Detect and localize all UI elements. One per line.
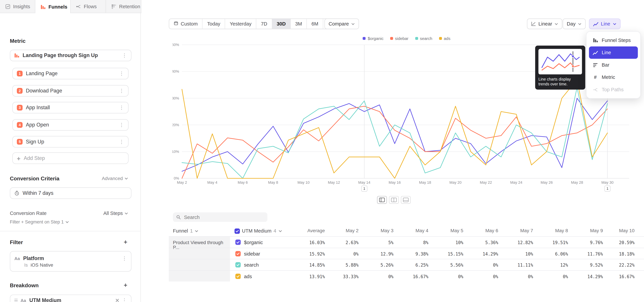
range-button-3m[interactable]: 3M: [290, 19, 306, 29]
table-cell: 14.29%: [466, 251, 498, 256]
menu-item-metric[interactable]: #Metric: [589, 71, 638, 84]
series-line-$organic: [182, 98, 608, 171]
property-type-icon: Aa: [14, 256, 20, 260]
filter-segment-label: Filter + Segment on Step 1: [10, 220, 64, 224]
drag-handle-icon[interactable]: [14, 298, 18, 302]
kebab-icon[interactable]: ⋮: [122, 298, 127, 302]
legend-item-sidebar[interactable]: sidebar: [390, 36, 408, 41]
table-cell: 12.82%: [500, 240, 533, 245]
funnel-step-card[interactable]: 2Download Page⋮: [12, 85, 128, 96]
kebab-icon[interactable]: ⋮: [119, 105, 124, 110]
row-label: ads: [244, 274, 252, 279]
breakdown-card[interactable]: Aa UTM Medium ✕ ⋮: [10, 294, 132, 302]
legend-item-ads[interactable]: ads: [439, 36, 450, 41]
table-cell: 11.76%: [570, 251, 603, 256]
date-range-segmented-control: CustomTodayYesterday7D30D3M6M12M: [169, 18, 342, 29]
column-header-may-7: May 7: [500, 228, 533, 233]
compare-button[interactable]: Compare: [324, 18, 359, 29]
funnel-step-card[interactable]: 4App Open⋮: [12, 119, 128, 130]
tab-flows[interactable]: Flows: [70, 0, 106, 13]
menu-item-funnel-steps[interactable]: Funnel Steps: [589, 34, 638, 46]
close-icon[interactable]: ✕: [113, 297, 121, 302]
table-header: Funnel 1 UTM Medium 4 AverageMay 2May 3M…: [169, 226, 644, 236]
column-header-may-3: May 3: [360, 228, 394, 233]
date-button-custom[interactable]: Custom: [169, 19, 202, 29]
table-row-sidebar[interactable]: sidebar15.92%0%12.9%9.38%15.15%14.29%10%…: [169, 248, 644, 260]
funnel-column-dropdown[interactable]: Funnel 1: [173, 226, 198, 236]
menu-item-line[interactable]: Line: [589, 46, 638, 59]
funnel-metric-card[interactable]: Landing Page through Sign Up ⋮: [10, 50, 132, 61]
tab-label: Insights: [13, 4, 30, 10]
funnel-icon: [14, 53, 19, 58]
layout-toggle-group: [377, 196, 411, 204]
row-checkbox[interactable]: [235, 262, 241, 268]
chart-type-dropdown[interactable]: Line: [589, 18, 620, 29]
add-step-button[interactable]: + Add Step: [12, 152, 128, 164]
chevron-down-icon: [124, 176, 128, 180]
filter-operator[interactable]: Is: [24, 262, 28, 267]
all-steps-dropdown[interactable]: All Steps: [103, 210, 128, 216]
range-button-7d[interactable]: 7D: [256, 19, 272, 29]
legend-item-search[interactable]: search: [415, 36, 432, 41]
conversion-criteria-heading: Conversion Criteria: [10, 176, 59, 182]
column-header-may-5: May 5: [430, 228, 464, 233]
kebab-icon[interactable]: ⋮: [122, 53, 127, 58]
funnel-step-card[interactable]: 3App Install⋮: [12, 102, 128, 114]
linear-scale-icon: [531, 21, 536, 26]
view-toggle-1[interactable]: [377, 196, 387, 204]
select-all-checkbox[interactable]: [234, 228, 240, 234]
range-button-30d[interactable]: 30D: [272, 19, 290, 29]
retention-icon: [111, 4, 116, 9]
row-checkbox[interactable]: [235, 251, 241, 256]
table-cell: 11.11%: [500, 262, 533, 268]
funnel-step-card[interactable]: 5Sign Up⋮: [12, 136, 128, 148]
add-breakdown-button[interactable]: +: [124, 282, 127, 288]
search-input[interactable]: [183, 214, 264, 220]
tab-retention[interactable]: Retention: [106, 0, 142, 13]
table-row-ads[interactable]: ads13.91%33.33%0%16.67%0%0%0%0%14.29%16.…: [169, 270, 644, 282]
kebab-icon[interactable]: ⋮: [119, 139, 124, 144]
advanced-dropdown[interactable]: Advanced: [102, 176, 128, 181]
x-tick: May 14: [358, 180, 370, 184]
x-tick: May 24: [510, 180, 522, 184]
table-row-$organic[interactable]: $organic16.03%2.63%5%8%10%5.36%12.82%19.…: [169, 236, 644, 248]
add-filter-button[interactable]: +: [124, 238, 127, 245]
view-toggle-3[interactable]: [401, 196, 411, 204]
tab-funnels[interactable]: Funnels: [36, 0, 71, 14]
kebab-icon[interactable]: ⋮: [119, 88, 124, 93]
table-cell: 16.67%: [602, 274, 634, 279]
row-checkbox[interactable]: [235, 240, 241, 245]
breakdown-column-dropdown[interactable]: UTM Medium 4: [234, 226, 282, 236]
kebab-icon[interactable]: ⋮: [122, 256, 127, 260]
tab-insights[interactable]: Insights: [0, 0, 36, 13]
conversion-rate-label: Conversion Rate: [10, 210, 46, 216]
annotation-badge-label: 1: [363, 186, 365, 190]
table-cell: 2.63%: [326, 240, 358, 245]
conversion-window-card[interactable]: Within 7 days: [10, 188, 132, 199]
range-button-6m[interactable]: 6M: [306, 19, 323, 29]
date-button-today[interactable]: Today: [202, 19, 225, 29]
scale-dropdown[interactable]: Linear: [527, 18, 562, 29]
filter-segment-dropdown[interactable]: Filter + Segment on Step 1: [10, 220, 69, 224]
filter-card[interactable]: Aa Platform ⋮ Is iOS Native: [10, 251, 132, 272]
view-toggle-2[interactable]: [389, 196, 399, 204]
bar-h-icon: [592, 62, 598, 68]
table-row-search[interactable]: search14.85%5.88%5.26%6.25%5.56%0%11.11%…: [169, 259, 644, 271]
row-checkbox[interactable]: [235, 274, 241, 279]
table-cell: 5.88%: [326, 262, 358, 268]
granularity-dropdown[interactable]: Day: [563, 18, 586, 29]
table-cell: 6.06%: [535, 251, 568, 256]
filter-property-name: Platform: [23, 255, 44, 261]
legend-item-$organic[interactable]: $organic: [363, 36, 384, 41]
line-icon: [592, 50, 598, 55]
menu-item-bar[interactable]: Bar: [589, 59, 638, 71]
date-button-yesterday[interactable]: Yesterday: [225, 19, 256, 29]
top-tab-bar: Insights Funnels Flows Retention: [0, 0, 141, 13]
step-label: Landing Page: [26, 71, 58, 76]
filter-value[interactable]: iOS Native: [31, 262, 53, 267]
funnel-step-card[interactable]: 1Landing Page⋮: [12, 68, 128, 79]
kebab-icon[interactable]: ⋮: [119, 71, 124, 76]
tab-label: Funnels: [48, 4, 68, 10]
kebab-icon[interactable]: ⋮: [119, 122, 124, 127]
flows-icon: [76, 4, 81, 9]
